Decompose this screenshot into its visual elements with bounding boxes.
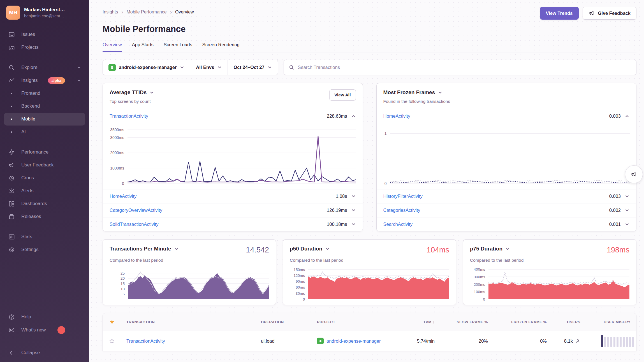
tab-app-starts[interactable]: App Starts: [132, 42, 154, 52]
floating-feedback-button[interactable]: [625, 165, 643, 183]
col-users[interactable]: USERS: [552, 320, 586, 324]
sidebar-item-label: Insights: [21, 78, 38, 83]
view-all-button[interactable]: View All: [329, 89, 356, 101]
chevron-down-icon: [267, 65, 272, 70]
tab-overview[interactable]: Overview: [103, 42, 122, 52]
sidebar-item-insights[interactable]: Insights alpha: [0, 74, 89, 87]
chevron-down-icon: [505, 247, 510, 251]
breadcrumb: Insights › Mobile Performance › Overview: [103, 7, 194, 15]
date-range-filter[interactable]: Oct 24–Oct 27: [228, 60, 278, 75]
p75-dropdown[interactable]: p75 Duration: [470, 246, 510, 252]
project-filter[interactable]: android-expense-manager: [103, 60, 190, 75]
chevron-down-icon[interactable]: [625, 208, 629, 213]
solid-transaction-activity-link[interactable]: SolidTransactionActivity: [110, 222, 159, 227]
chevron-down-icon: [174, 247, 179, 251]
chevron-up-icon[interactable]: [625, 114, 629, 119]
breadcrumb-mobile-performance[interactable]: Mobile Performance: [126, 10, 166, 15]
most-frozen-frames-subtitle: Found in the following transactions: [383, 99, 450, 104]
chevron-down-icon[interactable]: [351, 194, 356, 199]
col-tpm[interactable]: TPM ↓: [401, 320, 440, 324]
sidebar-item-frontend[interactable]: Frontend: [0, 87, 89, 100]
chevron-up-icon[interactable]: [351, 114, 356, 119]
chevron-down-icon[interactable]: [625, 194, 629, 199]
view-trends-button[interactable]: View Trends: [540, 7, 579, 20]
sidebar-item-label: Mobile: [21, 116, 35, 122]
average-ttids-dropdown[interactable]: Average TTIDs: [110, 89, 154, 96]
sidebar-collapse-button[interactable]: Collapse: [0, 346, 89, 359]
sidebar-item-settings[interactable]: Settings: [0, 243, 89, 256]
sidebar-item-performance[interactable]: Performance: [0, 146, 89, 159]
favorite-star-toggle[interactable]: [103, 338, 121, 344]
breadcrumb-separator: ›: [121, 9, 123, 15]
sort-descending-icon: ↓: [433, 320, 435, 324]
sidebar-item-issues[interactable]: Issues: [0, 28, 89, 41]
sidebar-item-help[interactable]: Help: [0, 310, 89, 323]
project-link[interactable]: android-expense-manager: [326, 338, 381, 344]
user-menu[interactable]: MH Markus Hinterst… benjamin.coe@sent…: [0, 6, 89, 20]
chevron-down-icon[interactable]: [625, 222, 629, 227]
tab-screen-loads[interactable]: Screen Loads: [164, 42, 192, 52]
sidebar: MH Markus Hinterst… benjamin.coe@sent… I…: [0, 0, 89, 362]
avatar: MH: [6, 6, 20, 20]
col-project[interactable]: PROJECT: [311, 320, 401, 324]
p50-duration-card: p50 Duration 104ms Compared to the last …: [283, 239, 456, 305]
sidebar-item-user-feedback[interactable]: User Feedback: [0, 159, 89, 171]
sidebar-item-whats-new[interactable]: What's new: [0, 323, 89, 337]
frozen-row-search-activity: SearchActivity 0.001: [377, 217, 636, 231]
chevron-down-icon: [325, 247, 330, 251]
col-transaction[interactable]: TRANSACTION: [121, 320, 255, 324]
sidebar-item-mobile[interactable]: Mobile: [4, 113, 85, 126]
p75-chart-y-axis: 400ms300ms200ms100ms0: [470, 268, 488, 299]
sidebar-item-alerts[interactable]: Alerts: [0, 184, 89, 197]
tpm-cell: 5.74/min: [401, 338, 440, 344]
most-frozen-frames-dropdown[interactable]: Most Frozen Frames: [383, 89, 450, 96]
environment-filter[interactable]: All Envs: [190, 60, 228, 75]
sidebar-item-projects[interactable]: Projects: [0, 41, 89, 54]
sidebar-item-stats[interactable]: Stats: [0, 230, 89, 243]
search-activity-link[interactable]: SearchActivity: [383, 222, 413, 227]
search-transactions-input[interactable]: [298, 65, 631, 70]
category-overview-activity-link[interactable]: CategoryOverviewActivity: [110, 208, 162, 213]
chevron-down-icon[interactable]: [351, 208, 356, 213]
ttid-value: 228.63ms: [327, 113, 347, 119]
bullet-icon: [8, 103, 15, 110]
table-row: TransactionActivity ui.load android-expe…: [103, 331, 636, 351]
sidebar-item-releases[interactable]: Releases: [0, 210, 89, 223]
chevron-down-icon: [77, 65, 81, 70]
transaction-link[interactable]: TransactionActivity: [121, 338, 255, 344]
give-feedback-button[interactable]: Give Feedback: [583, 7, 636, 20]
breadcrumb-insights[interactable]: Insights: [103, 10, 118, 15]
date-range-value: Oct 24–Oct 27: [233, 65, 264, 70]
lightning-icon: [8, 148, 15, 156]
favorite-column-header[interactable]: [103, 319, 121, 325]
home-activity-link[interactable]: HomeActivity: [383, 113, 410, 119]
p50-subtitle: Compared to the last period: [290, 258, 449, 263]
sidebar-item-explore[interactable]: Explore: [0, 61, 89, 74]
user-misery-bars: [586, 335, 636, 347]
col-user-misery[interactable]: USER MISERY: [586, 320, 636, 324]
transactions-table: TRANSACTION OPERATION PROJECT TPM ↓ SLOW…: [103, 313, 636, 351]
categories-activity-link[interactable]: CategoriesActivity: [383, 208, 420, 213]
sidebar-item-crons[interactable]: Crons: [0, 171, 89, 184]
sidebar-item-backend[interactable]: Backend: [0, 100, 89, 113]
history-filter-activity-link[interactable]: HistoryFilterActivity: [383, 194, 423, 199]
sidebar-item-ai[interactable]: AI: [0, 126, 89, 138]
home-activity-link[interactable]: HomeActivity: [110, 194, 136, 199]
sidebar-item-dashboards[interactable]: Dashboards: [0, 197, 89, 210]
p50-dropdown[interactable]: p50 Duration: [290, 246, 330, 252]
transaction-activity-link[interactable]: TransactionActivity: [110, 113, 148, 119]
tpm-dropdown[interactable]: Transactions Per Minute: [110, 246, 179, 252]
sidebar-item-label: User Feedback: [21, 162, 54, 168]
p75-area-chart: [488, 268, 629, 299]
col-frozen-frame[interactable]: FROZEN FRAME %: [494, 320, 552, 324]
frozen-frames-line-chart: [390, 127, 630, 184]
col-slow-frame[interactable]: SLOW FRAME %: [440, 320, 494, 324]
tpm-chart-y-axis: 252015105: [110, 268, 128, 299]
tab-screen-rendering[interactable]: Screen Rendering: [202, 42, 240, 52]
frozen-value: 0.002: [609, 208, 621, 213]
p50-value: 104ms: [427, 246, 449, 254]
bullet-icon: [8, 115, 15, 123]
ttid-row-transaction-activity: TransactionActivity 228.63ms: [103, 109, 363, 123]
col-operation[interactable]: OPERATION: [255, 320, 311, 324]
chevron-down-icon[interactable]: [351, 222, 356, 227]
